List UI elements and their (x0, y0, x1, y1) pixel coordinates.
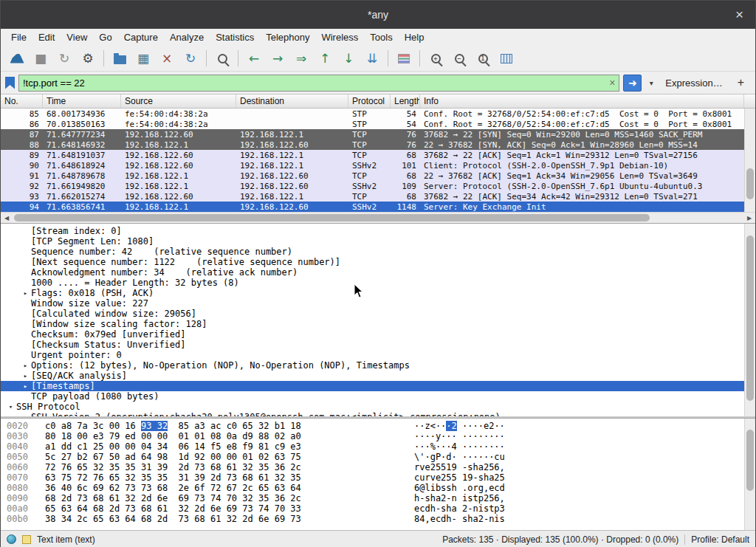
menu-edit[interactable]: Edit (32, 30, 61, 44)
column-header-info[interactable]: Info (420, 94, 744, 108)
detail-line[interactable]: [Calculated window size: 29056] (1, 309, 744, 319)
filter-apply-button[interactable]: ➜ (623, 75, 642, 92)
go-to-packet-button[interactable]: ⇒ (290, 48, 312, 69)
detail-line[interactable]: TCP payload (1080 bytes) (1, 391, 744, 402)
expand-arrow-icon[interactable]: ▸ (20, 360, 31, 371)
packet-row-92[interactable]: 9271.661949820192.168.122.1192.168.122.6… (1, 181, 744, 191)
hex-row[interactable]: 00505c 27 b2 67 50 ad 64 98 1d 92 00 00 … (1, 452, 744, 462)
hscroll-track[interactable] (13, 213, 743, 223)
detail-line[interactable]: ▾SSH Protocol (1, 402, 744, 412)
capture-options-button[interactable]: ⚙ (77, 48, 99, 69)
detail-line[interactable]: [Checksum Status: Unverified] (1, 340, 744, 350)
detail-line[interactable]: Sequence number: 42 (relative sequence n… (1, 247, 744, 257)
reload-capture-file-button[interactable]: ↻ (179, 48, 202, 69)
hex-row[interactable]: 007063 75 72 76 65 32 35 35 31 39 2d 73 … (1, 472, 744, 483)
title-bar[interactable]: *any × (1, 1, 755, 29)
details-vscrollbar[interactable] (744, 224, 755, 416)
save-capture-file-button[interactable]: ▦ (132, 48, 154, 69)
close-capture-file-button[interactable]: × (156, 48, 178, 69)
column-header-time[interactable]: Time (43, 94, 121, 108)
detail-line[interactable]: ▸Options: (12 bytes), No-Operation (NOP)… (1, 360, 744, 371)
filter-field[interactable]: × (18, 75, 619, 92)
stop-capture-button[interactable]: ■ (30, 48, 52, 69)
packet-row-87[interactable]: 8771.647777234192.168.122.60192.168.122.… (1, 129, 744, 140)
hex-row[interactable]: 0040a1 dd c1 25 00 00 04 34 06 14 f5 e8 … (1, 441, 744, 452)
column-header-destination[interactable]: Destination (236, 94, 348, 108)
expression-button[interactable]: Expression… (661, 78, 726, 89)
detail-line[interactable]: Checksum: 0x79ed [unverified] (1, 329, 744, 340)
menu-analyze[interactable]: Analyze (164, 30, 210, 44)
zoom-original-button[interactable]: 1 (472, 48, 494, 69)
zoom-out-button[interactable]: − (448, 48, 470, 69)
packet-row-93[interactable]: 9371.662015274192.168.122.60192.168.122.… (1, 191, 744, 202)
hex-vscrollbar[interactable] (744, 419, 755, 530)
menu-go[interactable]: Go (93, 30, 117, 44)
filter-history-dropdown[interactable]: ▾ (645, 75, 657, 92)
hscroll-thumb[interactable] (14, 214, 650, 221)
packet-row-86[interactable]: 8670.013850163fe:54:00:d4:38:2aSTP54Conf… (1, 119, 744, 129)
expert-info-icon[interactable] (7, 534, 16, 544)
menu-capture[interactable]: Capture (118, 30, 164, 44)
go-back-button[interactable]: ← (243, 48, 265, 69)
packet-row-88[interactable]: 8871.648146932192.168.122.1192.168.122.6… (1, 140, 744, 150)
hscroll-right-arrow-icon[interactable]: ▶ (743, 215, 755, 221)
menu-statistics[interactable]: Statistics (210, 30, 260, 44)
menu-tools[interactable]: Tools (364, 30, 398, 44)
detail-line[interactable]: [Window size scaling factor: 128] (1, 319, 744, 329)
packet-row-91[interactable]: 9171.648789678192.168.122.1192.168.122.6… (1, 171, 744, 181)
go-last-packet-button[interactable]: ↓ (337, 48, 360, 69)
packet-row-89[interactable]: 8971.648191037192.168.122.60192.168.122.… (1, 150, 744, 160)
hex-row[interactable]: 0020c0 a8 7a 3c 00 16 93 32 85 a3 ac c0 … (1, 421, 744, 431)
colorize-packets-button[interactable] (393, 48, 415, 69)
expand-arrow-icon[interactable]: ▾ (5, 402, 16, 412)
packet-list-vscroll-thumb[interactable] (746, 168, 754, 199)
expand-arrow-icon[interactable]: ▸ (20, 381, 31, 391)
resize-columns-button[interactable] (495, 48, 518, 69)
packet-list-hscrollbar[interactable]: ◀ ▶ (1, 212, 755, 223)
column-header-length[interactable]: Length (391, 94, 420, 108)
hex-row[interactable]: 003080 18 00 e3 79 ed 00 00 01 01 08 0a … (1, 431, 744, 441)
hex-row[interactable]: 008036 40 6c 69 62 73 73 68 2e 6f 72 67 … (1, 483, 744, 493)
menu-view[interactable]: View (61, 30, 93, 44)
menu-help[interactable]: Help (399, 30, 430, 44)
filter-clear-icon[interactable]: × (609, 78, 615, 88)
expand-arrow-icon[interactable]: ▸ (20, 371, 31, 381)
go-first-packet-button[interactable]: ↑ (314, 48, 336, 69)
packet-row-90[interactable]: 9071.648618924192.168.122.60192.168.122.… (1, 160, 744, 171)
add-filter-button[interactable]: + (731, 76, 751, 89)
details-vscroll-thumb[interactable] (746, 235, 754, 401)
detail-line[interactable]: Urgent pointer: 0 (1, 350, 744, 360)
profile-label[interactable]: Profile: Default (691, 534, 749, 545)
open-capture-file-button[interactable] (109, 48, 131, 69)
packet-row-94[interactable]: 9471.663856741192.168.122.1192.168.122.6… (1, 202, 744, 212)
detail-line[interactable]: Acknowledgment number: 34 (relative ack … (1, 267, 744, 278)
menu-file[interactable]: File (5, 30, 32, 44)
hex-row[interactable]: 00b038 34 2c 65 63 64 68 2d 73 68 61 32 … (1, 514, 744, 524)
hscroll-left-arrow-icon[interactable]: ◀ (1, 215, 13, 221)
column-header-protocol[interactable]: Protocol (348, 94, 391, 108)
zoom-in-button[interactable]: + (425, 48, 447, 69)
find-packet-button[interactable] (211, 48, 233, 69)
detail-line[interactable]: 1000 .... = Header Length: 32 bytes (8) (1, 278, 744, 288)
hex-row[interactable]: 006072 76 65 32 35 35 31 39 2d 73 68 61 … (1, 462, 744, 472)
menu-telephony[interactable]: Telephony (260, 30, 315, 44)
detail-line[interactable]: Window size value: 227 (1, 298, 744, 309)
close-window-button[interactable]: × (731, 1, 748, 29)
detail-line[interactable]: ▸[Timestamps] (1, 381, 744, 391)
hex-row[interactable]: 009068 2d 73 68 61 32 2d 6e 69 73 74 70 … (1, 493, 744, 503)
column-header-source[interactable]: Source (121, 94, 236, 108)
packet-list-vscrollbar[interactable] (744, 109, 755, 212)
auto-scroll-button[interactable]: ⇊ (361, 48, 383, 69)
detail-line[interactable]: ▸Flags: 0x018 (PSH, ACK) (1, 288, 744, 298)
start-capture-button[interactable] (6, 48, 28, 69)
display-filter-input[interactable] (23, 78, 605, 89)
capture-comment-icon[interactable] (22, 535, 31, 544)
detail-line[interactable]: [TCP Segment Len: 1080] (1, 236, 744, 247)
column-header-no[interactable]: No. (1, 94, 43, 108)
detail-line[interactable]: [Stream index: 0] (1, 226, 744, 236)
menu-wireless[interactable]: Wireless (315, 30, 364, 44)
filter-bookmark-icon[interactable] (5, 77, 15, 89)
detail-line[interactable]: [Next sequence number: 1122 (relative se… (1, 257, 744, 267)
expand-arrow-icon[interactable]: ▸ (20, 288, 31, 298)
detail-line[interactable]: ▸[SEQ/ACK analysis] (1, 371, 744, 381)
